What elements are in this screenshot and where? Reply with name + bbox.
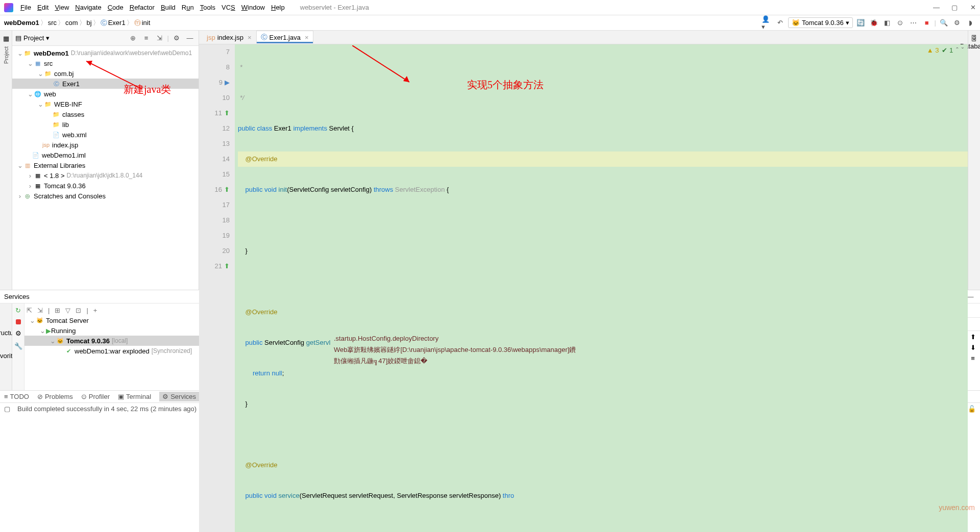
- run-button[interactable]: 🔄: [855, 17, 866, 29]
- menu-tools[interactable]: Tools: [197, 3, 218, 12]
- console-output[interactable]: .startup.HostConfig.deployDirectory Web搴…: [331, 331, 966, 390]
- menu-navigate[interactable]: Navigate: [72, 3, 104, 12]
- database-tool-icon[interactable]: 🗄: [971, 35, 977, 42]
- search-icon[interactable]: 🔍: [938, 17, 949, 29]
- tomcat-icon: 🐱: [792, 19, 800, 27]
- left-tool-stripe: ▦ Project: [0, 31, 12, 290]
- breadcrumb[interactable]: webDemo1〉 src〉 com〉 bj〉 Ⓒ Exer1〉 ⓜ init: [4, 18, 150, 28]
- todo-tab[interactable]: ≡ TODO: [4, 393, 29, 400]
- project-tree[interactable]: ⌄📁webDemo1D:\ruanjian\idea\work\webservl…: [12, 46, 199, 290]
- minimize-icon[interactable]: —: [933, 4, 939, 11]
- scroll-bottom-icon[interactable]: ⬇: [970, 344, 976, 351]
- select-opened-icon[interactable]: ⊕: [128, 33, 139, 44]
- menu-run[interactable]: Run: [179, 3, 197, 12]
- maximize-icon[interactable]: ▢: [951, 4, 958, 11]
- menu-edit[interactable]: Edit: [34, 3, 52, 12]
- menu-code[interactable]: Code: [105, 3, 127, 12]
- override-gutter-icon[interactable]: ⬆: [224, 106, 230, 121]
- profile-button[interactable]: ⊙: [895, 17, 906, 29]
- menu-file[interactable]: File: [17, 3, 34, 12]
- close-tab-icon[interactable]: ×: [248, 34, 252, 41]
- status-message: Build completed successfully in 4 sec, 2…: [17, 405, 197, 413]
- clear-icon[interactable]: ≡: [971, 354, 975, 362]
- project-panel-title[interactable]: ▤ Project ▾: [15, 34, 50, 42]
- close-tab-icon[interactable]: ×: [305, 34, 309, 41]
- override-gutter-icon[interactable]: ⬆: [224, 259, 230, 274]
- ide-logo-icon[interactable]: ◗: [965, 17, 976, 29]
- expand-all-icon[interactable]: ≡: [141, 33, 152, 44]
- gutter: 78 9 ▶ 10 11 ⬆ 12131415 16 ⬆ 17181920 21…: [199, 44, 235, 532]
- inspection-indicator[interactable]: ▲ 3 ✔ 1 ˆˇ: [927, 46, 964, 54]
- back-icon[interactable]: ↶: [775, 17, 786, 29]
- user-icon[interactable]: 👤▾: [762, 17, 773, 29]
- tab-exer1-java[interactable]: ⒸExer1.java×: [256, 31, 313, 44]
- wrench-icon[interactable]: 🔧: [14, 342, 22, 350]
- right-tool-stripe: 🗄 Database: [968, 31, 980, 290]
- run-gutter-icon[interactable]: ▶: [225, 75, 230, 90]
- editor-tabs: jspindex.jsp× ⒸExer1.java×: [199, 31, 968, 44]
- menu-help[interactable]: Help: [268, 3, 288, 12]
- services-tab[interactable]: ⚙ Services: [159, 392, 199, 401]
- code-editor[interactable]: 78 9 ▶ 10 11 ⬆ 12131415 16 ⬆ 17181920 21…: [199, 44, 968, 532]
- app-logo-icon: [4, 3, 13, 12]
- menu-bar: File Edit View Navigate Code Refactor Bu…: [0, 0, 980, 15]
- menu-view[interactable]: View: [52, 3, 72, 12]
- panel-settings-icon[interactable]: ⚙: [171, 33, 182, 44]
- services-toolbar: ↻ ⚙ 🔧: [12, 303, 24, 390]
- window-title: webservlet - Exer1.java: [300, 4, 369, 11]
- panel-hide-icon[interactable]: —: [184, 33, 195, 44]
- run-config-dropdown[interactable]: 🐱 Tomcat 9.0.36 ▾: [788, 17, 853, 28]
- menu-build[interactable]: Build: [158, 3, 179, 12]
- project-panel: ▤ Project ▾ ⊕ ≡ ⇲ | ⚙ — ⌄📁webDemo1D:\rua…: [12, 31, 199, 290]
- tree-item-exer1[interactable]: ⒸExer1: [12, 79, 199, 89]
- more-run-icon[interactable]: ⋯: [908, 17, 919, 29]
- services-title: Services: [4, 293, 30, 300]
- close-icon[interactable]: ✕: [970, 4, 976, 11]
- menu-refactor[interactable]: Refactor: [127, 3, 158, 12]
- project-tool-icon[interactable]: ▦: [3, 35, 9, 42]
- profiler-tab[interactable]: ⊙ Profiler: [81, 393, 110, 400]
- editor-area: jspindex.jsp× ⒸExer1.java× 78 9 ▶ 10 11 …: [199, 31, 968, 290]
- terminal-tab[interactable]: ▣ Terminal: [118, 393, 151, 400]
- collapse-all-icon[interactable]: ⇲: [154, 33, 165, 44]
- readonly-icon[interactable]: 🔓: [968, 405, 976, 413]
- navigation-toolbar: webDemo1〉 src〉 com〉 bj〉 Ⓒ Exer1〉 ⓜ init …: [0, 15, 980, 31]
- override-gutter-icon[interactable]: ⬆: [224, 182, 230, 197]
- rerun-icon[interactable]: ↻: [15, 307, 21, 314]
- settings-icon[interactable]: ⚙: [951, 17, 963, 29]
- stop-icon[interactable]: [16, 319, 21, 324]
- tree-expand-icon[interactable]: ⇱: [27, 307, 32, 314]
- debug-button[interactable]: 🐞: [868, 17, 879, 29]
- menu-vcs[interactable]: VCS: [218, 3, 238, 12]
- tab-index-jsp[interactable]: jspindex.jsp×: [202, 31, 256, 44]
- project-tool-label[interactable]: Project: [3, 46, 9, 64]
- filter-icon[interactable]: ⚙: [15, 330, 21, 337]
- scroll-top-icon[interactable]: ⬆: [970, 333, 976, 341]
- stop-button[interactable]: ■: [921, 17, 933, 29]
- coverage-button[interactable]: ◧: [881, 17, 893, 29]
- menu-window[interactable]: Window: [238, 3, 268, 12]
- problems-tab[interactable]: ⊘ Problems: [37, 393, 73, 400]
- status-icon[interactable]: ▢: [4, 405, 10, 413]
